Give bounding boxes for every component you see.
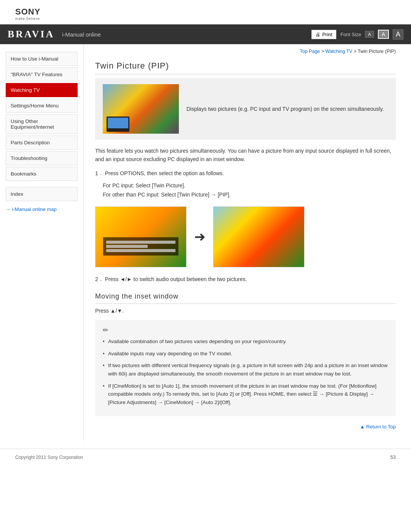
sidebar-item-bravia-features[interactable]: "BRAVIA" TV Features [6,67,78,81]
note-item-3: If two pictures with different vertical … [103,361,388,378]
step2: 2． Press ◄/► to switch audio output betw… [95,275,396,283]
sony-logo: SONY [15,7,396,17]
step1-sub2: For other than PC input: Select [Twin Pi… [103,190,396,200]
laptop-shape [107,117,129,132]
sidebar-index[interactable]: Index [6,187,78,201]
page-title: Twin Picture (PIP) [95,61,396,74]
breadcrumb-current: Twin Picture (PIP) [358,49,396,54]
intro-text: Displays two pictures (e.g. PC input and… [186,105,384,113]
pip-menu-row2 [106,245,148,248]
sidebar-item-bookmarks[interactable]: Bookmarks [6,167,78,181]
intro-box: Displays two pictures (e.g. PC input and… [95,78,396,140]
breadcrumb-watching[interactable]: Watching TV [325,49,352,54]
top-bar: SONY make.believe [0,0,411,24]
print-icon: 🖨 [315,32,320,37]
step2-text: Press ◄/► to switch audio output between… [105,276,247,282]
sidebar-map-link[interactable]: i-Manual online map [6,206,78,212]
breadcrumb: Top Page > Watching TV > Twin Picture (P… [95,49,396,54]
step1-text: Press OPTIONS, then select the option as… [105,170,224,176]
step1: 1． Press OPTIONS, then select the option… [95,169,396,177]
step1-sub1: For PC input: Select [Twin Picture]. [103,181,396,190]
laptop-tv-visual [103,84,179,134]
arrow-right-icon: ➜ [194,229,206,245]
note-list: Available combination of two pictures va… [103,337,388,406]
step1-details: For PC input: Select [Twin Picture]. For… [103,181,396,200]
print-label: Print [322,32,333,37]
sony-tagline: make.believe [15,17,396,21]
content-area: Top Page > Watching TV > Twin Picture (P… [84,44,411,441]
breadcrumb-top[interactable]: Top Page [300,49,320,54]
note-item-1: Available combination of two pictures va… [103,337,388,346]
pip-demo: ➜ [95,206,396,267]
sidebar-item-settings[interactable]: Settings/Home Menu [6,99,78,113]
footer: Copyright 2011 Sony Corporation 53 [0,449,411,465]
bravia-subtitle: i-Manual online [62,31,101,38]
press-instruction: Press ▲/▼. [95,308,396,314]
print-button[interactable]: 🖨 Print [311,30,337,39]
sidebar-item-watching-tv[interactable]: Watching TV [6,83,78,97]
sidebar-item-troubleshooting[interactable]: Troubleshooting [6,151,78,165]
pip-after-image [213,206,304,267]
page-number: 53 [390,454,396,460]
section2-title: Moving the inset window [95,292,396,304]
note-item-2: Available inputs may vary depending on t… [103,350,388,358]
font-small-button[interactable]: A [365,31,374,38]
font-size-label: Font Size [340,32,361,37]
sidebar-nav: How to Use i-Manual "BRAVIA" TV Features… [0,52,83,181]
step2-num: 2． [95,276,104,282]
pip-before-image [95,206,186,267]
step1-num: 1． [95,170,104,176]
pip-menu-row1 [106,241,175,244]
laptop-screen [108,118,128,128]
bravia-logo: BRAVIA [8,29,54,40]
sidebar-item-how-to-use[interactable]: How to Use i-Manual [6,52,78,66]
note-icon: ✏ [103,326,388,334]
breadcrumb-sep1: > [321,49,325,54]
font-large-button[interactable]: A [393,29,403,40]
tv-pip-image [103,84,179,134]
breadcrumb-sep2: > [354,49,358,54]
pip-menu-row3 [106,249,175,252]
sidebar-item-other-equipment[interactable]: Using Other Equipment/Internet [6,114,78,134]
sidebar-item-parts[interactable]: Parts Description [6,136,78,150]
tv-background [103,84,179,134]
return-to-top[interactable]: Return to Top [95,424,396,430]
copyright: Copyright 2011 Sony Corporation [15,455,83,460]
sidebar: How to Use i-Manual "BRAVIA" TV Features… [0,44,84,441]
bravia-bar: BRAVIA i-Manual online 🖨 Print Font Size… [0,24,411,44]
pip-menu-overlay [103,237,178,256]
main-layout: How to Use i-Manual "BRAVIA" TV Features… [0,44,411,441]
note-box: ✏ Available combination of two pictures … [95,320,396,416]
body-description: This feature lets you watch two pictures… [95,147,396,164]
font-medium-button[interactable]: A [378,30,389,39]
note-item-4: If [CineMotion] is set to [Auto 1], the … [103,382,388,407]
